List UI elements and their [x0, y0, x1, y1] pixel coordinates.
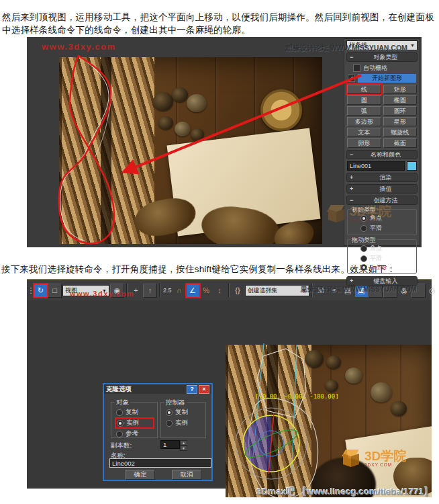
autogrid-checkbox[interactable]: [353, 65, 360, 72]
shape-button-text[interactable]: 文本: [347, 128, 381, 137]
spin-up-icon[interactable]: ▲: [180, 440, 187, 446]
radio-icon: [360, 245, 367, 252]
shape-button-section[interactable]: 截面: [383, 138, 418, 148]
3dxy-logo: 3D学院 3DXY.COM: [326, 204, 391, 224]
dialog-title: 克隆选项: [106, 385, 185, 394]
keyboard-override-button[interactable]: ↑: [143, 284, 157, 298]
start-new-shape-checkbox[interactable]: ✓: [348, 75, 355, 82]
copies-label: 副本数:: [111, 442, 132, 450]
radio-controller-copy[interactable]: 复制: [166, 408, 205, 417]
shape-button-arc[interactable]: 弧: [347, 106, 381, 116]
radio-initial-smooth[interactable]: 平滑: [360, 224, 414, 233]
radio-icon: [166, 409, 173, 416]
coin-graphic: [305, 350, 324, 368]
shape-button-grid: 线 矩形 圆 椭圆 弧 圆环 多边形 星形 文本 螺旋线 卵形 截面: [347, 85, 417, 148]
rollout-name-color[interactable]: − 名称和颜色: [346, 150, 418, 159]
toolbar-separator: [228, 284, 230, 297]
snaps-toggle-button[interactable]: ∩: [173, 284, 186, 297]
shape-button-egg[interactable]: 卵形: [347, 138, 381, 148]
shape-button-helix[interactable]: 螺旋线: [383, 128, 418, 137]
coin-graphic: [325, 380, 338, 392]
radio-icon: [360, 255, 367, 262]
object-group: 对象 复制 实例 参考: [111, 402, 158, 438]
named-selections-button[interactable]: {}: [232, 284, 244, 297]
coin-graphic: [158, 116, 173, 130]
collapse-icon: −: [350, 151, 355, 158]
watermark-3dxy: www.3dxy.com: [70, 290, 134, 298]
render-button[interactable]: ◎: [426, 284, 439, 297]
radio-drag-bezier[interactable]: Bezier: [360, 264, 414, 271]
dialog-titlebar[interactable]: 克隆选项 ? ×: [104, 384, 211, 394]
spinner-snap-button[interactable]: ↕: [213, 284, 226, 297]
named-selection-set-dropdown[interactable]: 创建选择集 ▼: [245, 285, 309, 296]
viewport-photo: [226, 345, 432, 497]
radio-icon: [116, 431, 123, 437]
tutorial-page: 然后来到顶视图，运用移动工具，把这个平面向上移动，以便我们后期操作。然后回到前视…: [0, 0, 439, 504]
shape-button-rectangle[interactable]: 矩形: [383, 85, 418, 94]
expand-icon: +: [350, 185, 355, 192]
shape-button-star[interactable]: 星形: [383, 117, 418, 126]
radio-object-reference[interactable]: 参考: [116, 429, 157, 438]
expand-icon: +: [350, 174, 355, 181]
coin-graphic: [326, 355, 341, 369]
cancel-button[interactable]: 取消: [172, 470, 201, 480]
3dxy-logo: 3D学院 3DXY.COM: [341, 448, 406, 468]
spin-down-icon[interactable]: ▼: [180, 446, 187, 451]
radio-controller-instance[interactable]: 实例: [166, 419, 205, 427]
coin-graphic: [345, 368, 362, 384]
coin-graphic: [175, 122, 191, 136]
viewport-photo: [59, 57, 322, 244]
object-name-field[interactable]: Line001: [347, 161, 405, 171]
spinner-arrows[interactable]: ▲ ▼: [180, 440, 187, 449]
radio-object-instance[interactable]: 实例: [116, 419, 153, 427]
collapse-icon: −: [350, 54, 355, 60]
radio-icon: [116, 409, 123, 416]
compass-graphic: [260, 89, 302, 131]
screenshot-create-spline: www.3dxy.com 思缘设计论坛 WWW.MISSYUAN.COM 样条线…: [27, 37, 422, 247]
clone-name-field[interactable]: Line002: [109, 458, 211, 468]
coin-graphic: [191, 128, 204, 140]
close-button[interactable]: ×: [199, 385, 209, 394]
radio-icon: [360, 264, 367, 271]
radio-object-copy[interactable]: 复制: [116, 408, 157, 417]
radio-drag-corner[interactable]: 角点: [360, 244, 414, 253]
shape-button-circle[interactable]: 圆: [347, 95, 381, 105]
snap-mode-label: 2.5: [163, 287, 172, 294]
shape-button-donut[interactable]: 圆环: [383, 106, 418, 116]
controller-group: 控制器 复制 实例: [160, 402, 206, 438]
rollout-keyboard-entry[interactable]: + 键盘输入: [346, 276, 418, 286]
copies-spinner[interactable]: 1 ▲ ▼: [160, 440, 187, 449]
object-color-swatch[interactable]: [407, 161, 417, 171]
rope-graphic: [226, 345, 311, 497]
start-new-shape-button[interactable]: 开始新图形: [358, 74, 416, 83]
rotate-tool-button[interactable]: ↻: [34, 284, 47, 297]
rollout-rendering[interactable]: + 渲染: [346, 173, 418, 182]
cube-icon: [326, 204, 346, 224]
shape-button-ngon[interactable]: 多边形: [347, 117, 381, 126]
rollout-object-type[interactable]: − 对象类型: [346, 52, 418, 62]
percent-snap-button[interactable]: %: [200, 284, 213, 297]
radio-drag-smooth[interactable]: 平滑: [360, 254, 414, 263]
autogrid-label: 自动栅格: [363, 64, 387, 73]
coin-graphic: [172, 87, 188, 102]
clone-options-dialog: 克隆选项 ? × 对象 复制 实例 参考 控制: [103, 383, 213, 481]
help-button[interactable]: ?: [187, 385, 197, 394]
shape-button-line[interactable]: 线: [347, 85, 381, 94]
watermark-3dxy: www.3dxy.com: [42, 42, 115, 52]
coin-graphic: [153, 92, 173, 111]
shape-button-ellipse[interactable]: 椭圆: [383, 95, 418, 105]
intro-paragraph: 然后来到顶视图，运用移动工具，把这个平面向上移动，以便我们后期操作。然后回到前视…: [2, 11, 438, 36]
rollout-interpolation[interactable]: + 插值: [346, 184, 418, 194]
ok-button[interactable]: 确定: [126, 470, 155, 480]
radio-icon: [166, 420, 173, 427]
scale-tool-button[interactable]: □: [48, 284, 62, 298]
drag-type-group: 拖动类型 角点 平滑 Bezier: [347, 239, 417, 274]
screenshot-rotate-clone: ⋮ ↻ □ 视图 ▼ ◉ + ↑ 2.5 ∩ ∠ % ↕ {} 创建选择集 ▼: [27, 279, 432, 497]
radio-icon: [360, 225, 367, 232]
watermark-linecg: 3Dmax吧 【www.linecg.com/tieba/1771】: [228, 486, 433, 498]
toolbar-separator: [159, 284, 160, 297]
chevron-down-icon: ▼: [410, 43, 415, 48]
toolbar-drag-handle[interactable]: ⋮: [28, 284, 34, 297]
copies-value[interactable]: 1: [160, 440, 180, 449]
angle-snap-button[interactable]: ∠: [187, 284, 199, 297]
